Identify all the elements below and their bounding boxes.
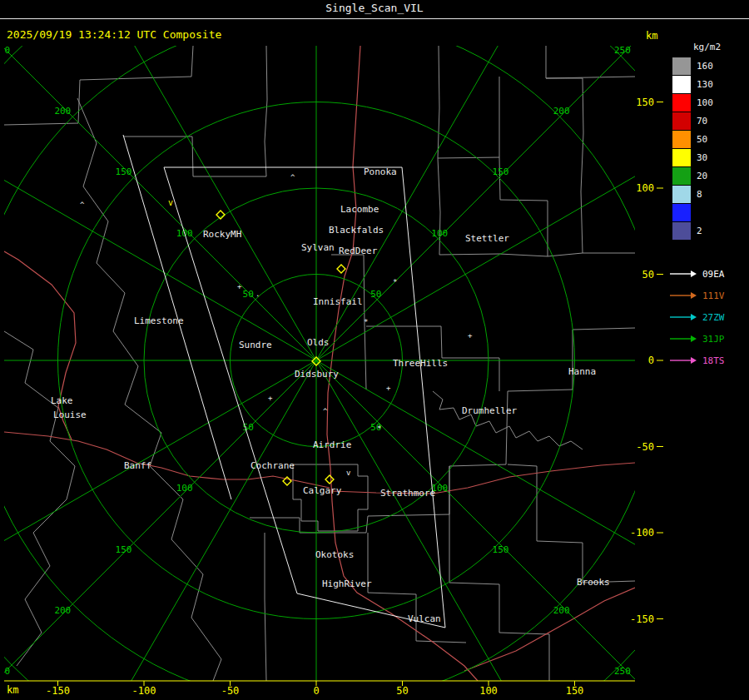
town-marker: .	[255, 290, 260, 298]
county-boundary	[123, 137, 266, 176]
city-label: Airdrie	[313, 439, 351, 450]
city-label: Ponoka	[364, 166, 397, 177]
station-id-label: 18TS	[702, 355, 725, 366]
radar-site-marker	[216, 211, 225, 219]
town-marker: +	[237, 282, 242, 290]
bottom-axis-tick-label: 50	[396, 685, 408, 697]
county-boundary	[250, 514, 449, 533]
legend-color-swatch	[672, 149, 691, 166]
legend-value-label: 30	[697, 152, 707, 163]
bottom-axis-tick-label: 0	[313, 685, 319, 697]
city-label: Sylvan	[301, 242, 335, 253]
city-label: RedDeer	[339, 246, 378, 256]
station-id-label: 31JP	[702, 334, 725, 345]
bottom-axis-tick-label: -150	[46, 685, 70, 697]
range-ring	[0, 0, 747, 700]
color-scale: 1601301007050302082	[666, 57, 749, 240]
legend-value-label: 50	[697, 134, 707, 145]
range-ring-label: 100	[176, 483, 193, 494]
station-arrow-icon	[669, 269, 697, 279]
city-label: Okotoks	[315, 549, 354, 560]
range-ring-label: 200	[553, 106, 570, 117]
legend-color-swatch	[672, 94, 691, 112]
radar-map[interactable]: 5010015020025050100150200250501001502002…	[0, 0, 749, 700]
city-label: Hanna	[568, 366, 596, 377]
highway-line	[332, 463, 635, 494]
bottom-axis-tick-label: -50	[221, 685, 240, 697]
legend-level-row: 50	[666, 131, 749, 148]
city-label: Didsbury	[295, 369, 339, 380]
city-label: HighRiver	[322, 578, 372, 589]
city-label: Vulcan	[408, 613, 441, 624]
county-boundary	[546, 77, 635, 78]
city-label: Cochrane	[250, 460, 295, 471]
city-label: Stettler	[465, 233, 509, 244]
station-legend-row: 18TS	[669, 350, 749, 371]
legend-panel: kg/m2 1601301007050302082 09EA111V27ZW31…	[666, 42, 749, 371]
city-label: Sundre	[239, 340, 272, 350]
county-boundary	[77, 98, 221, 681]
legend-level-row: 2	[666, 222, 749, 240]
range-ring-label: 150	[493, 544, 509, 555]
county-boundary	[4, 46, 193, 125]
right-axis-tick-label: 100	[636, 182, 654, 194]
town-marker: *	[364, 318, 368, 326]
town-marker: ^	[290, 173, 295, 181]
legend-level-row: 160	[666, 57, 749, 75]
legend-level-row: 100	[666, 94, 749, 112]
site-glyph-marker: v	[168, 198, 173, 207]
city-label: Olds	[307, 337, 330, 348]
station-arrow-icon	[669, 290, 697, 300]
range-ring-label: 250	[614, 45, 631, 56]
range-ring-label: 200	[54, 605, 71, 616]
legend-value-label: 70	[697, 116, 707, 127]
range-ring-label: 200	[553, 605, 570, 616]
city-label: Limestone	[134, 315, 184, 326]
bottom-axis-tick-label: -100	[132, 685, 156, 697]
legend-value-label: 130	[697, 79, 713, 90]
range-ring-label: 150	[116, 544, 132, 555]
azimuth-line	[316, 360, 574, 700]
city-label: Innisfail	[313, 296, 363, 307]
radar-site-marker	[325, 475, 334, 484]
range-ring-label: 250	[0, 666, 10, 677]
legend-color-swatch	[672, 186, 691, 203]
city-label: Brooks	[577, 577, 610, 588]
legend-value-label: 8	[697, 189, 702, 200]
station-legend: 09EA111V27ZW31JP18TS	[666, 263, 749, 371]
azimuth-line	[0, 360, 316, 700]
station-legend-row: 09EA	[669, 263, 749, 285]
right-axis-tick-label: 150	[636, 97, 654, 108]
station-arrow-icon	[669, 334, 697, 344]
range-ring-label: 200	[54, 106, 71, 117]
city-label: Drumheller	[462, 405, 518, 416]
station-id-label: 09EA	[702, 269, 725, 280]
range-ring-label: 150	[493, 166, 509, 177]
station-legend-row: 27ZW	[669, 306, 749, 328]
county-boundary	[368, 533, 466, 643]
legend-level-row: 30	[666, 149, 749, 166]
legend-color-swatch	[672, 167, 691, 185]
range-ring-label: 250	[614, 666, 631, 677]
range-ring-label: 100	[431, 228, 448, 239]
radar-site-marker	[337, 265, 345, 273]
city-label: ThreeHills	[393, 358, 448, 369]
legend-color-swatch	[672, 204, 691, 221]
legend-level-row	[666, 204, 749, 221]
city-label: Blackfalds	[329, 225, 384, 236]
county-boundary	[265, 533, 266, 681]
county-boundary	[265, 46, 267, 176]
city-label: Strathmore	[380, 488, 435, 499]
range-ring-label: 50	[243, 289, 254, 300]
station-arrow-icon	[669, 312, 697, 322]
legend-color-swatch	[672, 76, 691, 93]
legend-color-swatch	[672, 222, 691, 240]
station-legend-row: 111V	[669, 285, 749, 306]
bottom-axis-tick-label: 150	[566, 685, 584, 697]
legend-value-label: 100	[697, 97, 713, 108]
county-boundary	[546, 46, 583, 253]
bottom-axis-tick-label: 100	[479, 685, 498, 697]
right-axis-tick-label: 0	[648, 355, 654, 366]
town-marker: v	[346, 469, 350, 477]
range-ring-label: 50	[370, 289, 381, 300]
